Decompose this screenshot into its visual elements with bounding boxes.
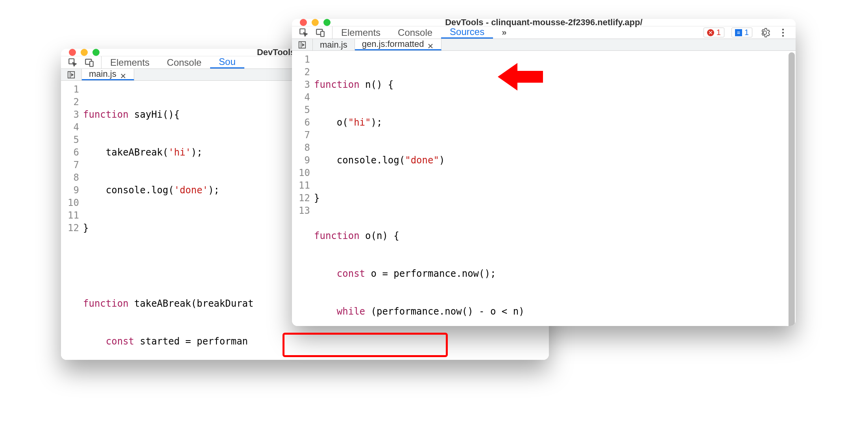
svg-point-13 xyxy=(782,31,784,33)
error-icon: ✕ xyxy=(707,29,714,36)
device-toolbar-icon[interactable] xyxy=(84,57,95,68)
devtools-window-front: DevTools - clinquant-mousse-2f2396.netli… xyxy=(292,19,796,326)
issues-count-badge[interactable]: ≡ 1 xyxy=(731,28,752,37)
tab-sources[interactable]: Sources xyxy=(441,26,493,39)
tab-elements[interactable]: Elements xyxy=(332,26,389,39)
tab-elements[interactable]: Elements xyxy=(102,56,158,69)
tab-sources[interactable]: Sou xyxy=(210,56,244,69)
line-gutter: 1 2 3 4 5 6 7 8 9 10 11 12 13 xyxy=(292,51,314,326)
titlebar[interactable]: DevTools - clinquant-mousse-2f2396.netli… xyxy=(292,19,796,26)
devtools-toolbar: Elements Console Sources » ✕ 1 ≡ 1 xyxy=(292,26,796,39)
line-gutter: 1 2 3 4 5 6 7 8 9 10 11 12 xyxy=(61,81,83,360)
settings-gear-icon[interactable] xyxy=(759,27,770,38)
file-tab-main-js[interactable]: main.js xyxy=(82,69,134,80)
file-tab-label: gen.js:formatted xyxy=(362,39,424,49)
file-tab-gen-js-formatted[interactable]: gen.js:formatted xyxy=(355,39,442,50)
vertical-scrollbar[interactable] xyxy=(789,52,795,326)
svg-rect-11 xyxy=(321,31,324,36)
close-tab-icon[interactable] xyxy=(428,41,434,47)
device-toolbar-icon[interactable] xyxy=(315,27,326,38)
svg-marker-17 xyxy=(303,44,304,46)
svg-rect-2 xyxy=(90,61,93,66)
close-tab-icon[interactable] xyxy=(120,71,127,77)
svg-point-14 xyxy=(782,35,784,36)
error-count-badge[interactable]: ✕ 1 xyxy=(704,28,724,37)
inspect-element-icon[interactable] xyxy=(298,27,309,38)
code-content[interactable]: function n() { o("hi"); console.log("don… xyxy=(314,51,796,326)
svg-marker-5 xyxy=(72,74,73,76)
window-title: DevTools - clinquant-mousse-2f2396.netli… xyxy=(292,19,796,28)
navigator-toggle-icon[interactable] xyxy=(66,69,77,80)
code-editor[interactable]: 1 2 3 4 5 6 7 8 9 10 11 12 13 function n… xyxy=(292,51,796,326)
tab-console[interactable]: Console xyxy=(158,56,210,69)
file-tab-label: main.js xyxy=(320,40,347,50)
file-tab-main-js[interactable]: main.js xyxy=(313,39,355,50)
navigator-toggle-icon[interactable] xyxy=(297,39,308,50)
inspect-element-icon[interactable] xyxy=(67,57,78,68)
file-tab-label: main.js xyxy=(89,69,116,79)
tab-console[interactable]: Console xyxy=(389,26,441,39)
file-tab-bar: main.js gen.js:formatted xyxy=(292,39,796,51)
more-tabs-icon[interactable]: » xyxy=(493,26,515,39)
kebab-menu-icon[interactable] xyxy=(778,27,789,38)
svg-point-12 xyxy=(782,28,784,30)
issues-icon: ≡ xyxy=(735,29,742,36)
